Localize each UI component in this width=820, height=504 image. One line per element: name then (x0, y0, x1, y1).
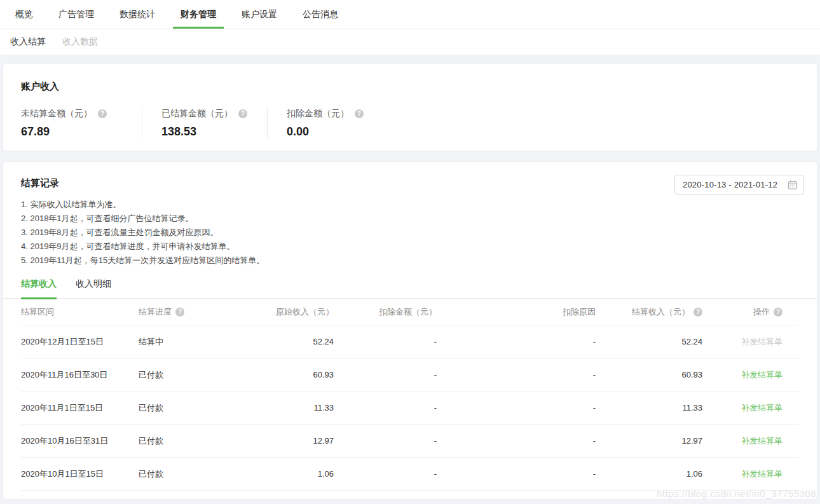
help-icon[interactable]: ? (238, 109, 247, 118)
stat-deducted-label: 扣除金额（元） (287, 108, 349, 119)
cell-period: 2020年10月16日至31日 (21, 435, 139, 447)
reissue-statement-link[interactable]: 补发结算单 (741, 402, 782, 414)
cell-settled: 1.06 (596, 469, 702, 479)
table-header-row: 结算区间 结算进度? 原始收入（元） 扣除金额（元） 扣除原因 结算收入（元）?… (21, 299, 799, 325)
table-row: 2020年10月16日至31日 已付款 12.97 - - 12.97 补发结算… (21, 425, 799, 458)
cell-settled: 52.24 (596, 337, 702, 346)
col-period: 结算区间 (21, 306, 139, 318)
stat-settled-value: 138.53 (161, 125, 248, 139)
stat-settled-label: 已结算金额（元） (161, 108, 233, 119)
col-settled-income: 结算收入（元）? (596, 306, 702, 318)
reissue-statement-link[interactable]: 补发结算单 (741, 468, 782, 480)
date-range-value: 2020-10-13 - 2021-01-12 (683, 180, 788, 189)
tab-ad-management[interactable]: 广告管理 (51, 0, 102, 29)
col-deduct-reason: 扣除原因 (437, 306, 596, 318)
date-range-picker[interactable]: 2020-10-13 - 2021-01-12 (674, 175, 804, 194)
stat-unsettled: 未结算金额（元） ? 67.89 (21, 108, 142, 139)
cell-period: 2020年10月1日至15日 (21, 468, 139, 480)
account-income-title: 账户收入 (21, 81, 799, 93)
cell-period: 2020年12月1日至15日 (21, 336, 139, 348)
stat-deducted-value: 0.00 (287, 125, 364, 139)
table-row: 2020年11月1日至15日 已付款 11.33 - - 11.33 补发结算单 (21, 392, 799, 425)
help-icon[interactable]: ? (175, 308, 184, 317)
help-icon[interactable]: ? (355, 109, 364, 118)
cell-period: 2020年11月1日至15日 (21, 402, 139, 414)
stat-unsettled-label: 未结算金额（元） (21, 108, 92, 119)
tab-finance-management[interactable]: 财务管理 (173, 0, 224, 29)
sub-navigation: 收入结算 收入数据 (0, 29, 820, 55)
cell-deduct: - (334, 469, 437, 479)
cell-original: 1.06 (237, 469, 334, 479)
cell-settled: 11.33 (596, 403, 702, 412)
cell-original: 11.33 (237, 403, 334, 412)
income-stats: 未结算金额（元） ? 67.89 已结算金额（元） ? 138.53 扣除金额（… (21, 108, 799, 139)
table-row: 2020年11月16日至30日 已付款 60.93 - - 60.93 补发结算… (21, 358, 799, 392)
settlement-notes: 1. 实际收入以结算单为准。 2. 2018年1月起，可查看细分广告位结算记录。… (21, 198, 799, 268)
account-income-card: 账户收入 未结算金额（元） ? 67.89 已结算金额（元） ? 138.53 … (3, 64, 817, 151)
cell-settled: 12.97 (596, 436, 702, 446)
reissue-statement-link[interactable]: 补发结算单 (741, 336, 782, 348)
tab-overview[interactable]: 概览 (8, 0, 41, 29)
cell-progress: 已付款 (139, 435, 237, 447)
cell-reason: - (437, 403, 596, 412)
cell-deduct: - (334, 337, 437, 346)
note-line: 3. 2019年8月起，可查看流量主处罚金额及对应原因。 (21, 226, 799, 240)
col-deduct-amount: 扣除金额（元） (334, 306, 437, 318)
tab-income-detail[interactable]: 收入明细 (76, 278, 111, 299)
cell-progress: 结算中 (139, 336, 237, 348)
subtab-income-settlement[interactable]: 收入结算 (10, 36, 46, 48)
col-progress: 结算进度? (139, 306, 237, 318)
cell-progress: 已付款 (139, 468, 237, 480)
table-row: 2020年10月1日至15日 已付款 1.06 - - 1.06 补发结算单 (21, 458, 799, 491)
note-line: 2. 2018年1月起，可查看细分广告位结算记录。 (21, 212, 799, 226)
cell-progress: 已付款 (139, 369, 237, 381)
cell-reason: - (437, 469, 596, 479)
calendar-icon (788, 180, 798, 190)
cell-period: 2020年11月16日至30日 (21, 369, 139, 381)
tab-announcements[interactable]: 公告消息 (295, 0, 346, 29)
table-row: 2020年12月1日至15日 结算中 52.24 - - 52.24 补发结算单 (21, 325, 799, 358)
cell-settled: 60.93 (596, 370, 702, 379)
tab-data-statistics[interactable]: 数据统计 (112, 0, 163, 29)
help-icon[interactable]: ? (98, 109, 107, 118)
cell-deduct: - (334, 403, 437, 412)
note-line: 5. 2019年11月起，每15天结算一次并发送对应结算区间的结算单。 (21, 254, 799, 268)
settlement-tabs: 结算收入 收入明细 (3, 278, 817, 299)
main-content: 账户收入 未结算金额（元） ? 67.89 已结算金额（元） ? 138.53 … (0, 55, 820, 500)
help-icon[interactable]: ? (694, 308, 702, 317)
stat-settled: 已结算金额（元） ? 138.53 (142, 108, 267, 139)
tab-settlement-income[interactable]: 结算收入 (21, 278, 57, 299)
cell-deduct: - (334, 436, 437, 446)
tab-account-settings[interactable]: 账户设置 (234, 0, 285, 29)
subtab-income-data[interactable]: 收入数据 (62, 36, 98, 48)
col-action: 操作? (702, 306, 799, 318)
cell-reason: - (437, 370, 596, 379)
cell-reason: - (437, 436, 596, 446)
col-original-income: 原始收入（元） (237, 306, 334, 318)
settlement-records-card: 结算记录 2020-10-13 - 2021-01-12 1. 实际收入以结算单… (3, 161, 817, 500)
cell-progress: 已付款 (139, 402, 237, 414)
cell-original: 12.97 (237, 436, 334, 446)
top-navigation: 概览 广告管理 数据统计 财务管理 账户设置 公告消息 (0, 0, 820, 29)
stat-deducted: 扣除金额（元） ? 0.00 (267, 108, 383, 139)
cell-deduct: - (334, 370, 437, 379)
stat-unsettled-value: 67.89 (21, 125, 123, 139)
reissue-statement-link[interactable]: 补发结算单 (741, 369, 782, 381)
reissue-statement-link[interactable]: 补发结算单 (741, 435, 782, 447)
cell-original: 52.24 (237, 337, 334, 346)
cell-reason: - (437, 337, 596, 346)
note-line: 1. 实际收入以结算单为准。 (21, 198, 799, 212)
cell-original: 60.93 (237, 370, 334, 379)
note-line: 4. 2019年9月起，可查看结算进度，并可申请补发结算单。 (21, 240, 799, 254)
settlement-table: 结算区间 结算进度? 原始收入（元） 扣除金额（元） 扣除原因 结算收入（元）?… (3, 299, 817, 491)
help-icon[interactable]: ? (774, 308, 782, 317)
